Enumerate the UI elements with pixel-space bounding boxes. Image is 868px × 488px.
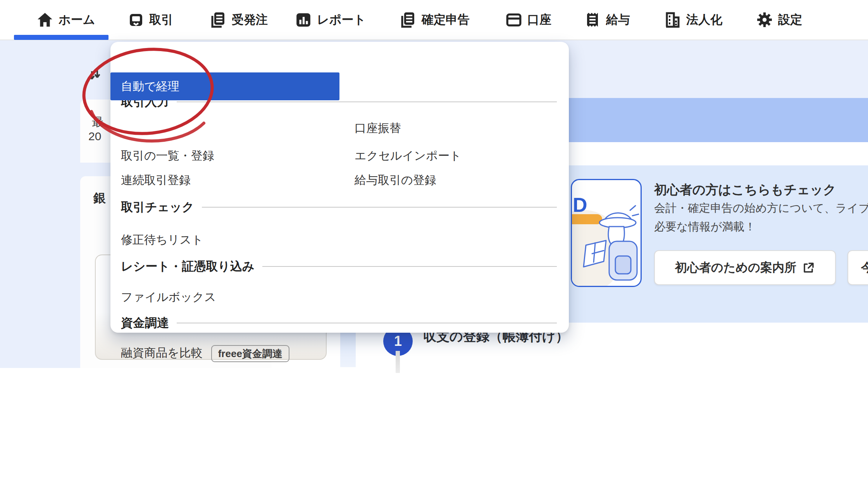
app-window: 最 20 銀 1 収支の登録（帳簿付け） D <box>0 0 868 488</box>
step-number: 1 <box>394 333 402 349</box>
selected-item-label: 自動で経理 <box>121 78 179 95</box>
highlight-row-band <box>523 98 868 142</box>
beginner-heading: 初心者の方はこちらもチェック <box>654 181 836 199</box>
nav-item-payroll[interactable]: 給与 <box>584 0 630 40</box>
background-gap <box>523 142 868 165</box>
nav-item-accounts[interactable]: 口座 <box>506 0 551 40</box>
section-divider <box>262 266 557 267</box>
nav-item-orders[interactable]: 受発注 <box>209 0 268 40</box>
beginner-text-line1: 会計・確定申告の始め方について、ライブセ <box>654 201 868 216</box>
account-icon <box>506 12 522 28</box>
compare-loans-label: 融資商品を比較 <box>121 346 203 359</box>
menu-item-correction-waitlist[interactable]: 修正待ちリスト <box>121 231 203 248</box>
nav-label: 給与 <box>606 12 630 28</box>
timeline-connector <box>396 351 400 373</box>
incorporation-icon <box>664 11 681 28</box>
menu-item-continuous-registration[interactable]: 連続取引登録 <box>121 172 191 189</box>
settings-icon <box>756 12 773 28</box>
nav-label: 法人化 <box>686 12 722 28</box>
section-divider <box>177 101 557 102</box>
menu-item-auto-accounting-selected[interactable]: 自動で経理 <box>110 72 339 100</box>
nav-item-home[interactable]: ホーム <box>37 0 95 40</box>
menu-item-excel-import[interactable]: エクセルインポート <box>355 147 462 164</box>
menu-item-account-transfer[interactable]: 口座振替 <box>355 120 401 137</box>
nav-item-transactions[interactable]: 取引 <box>128 0 173 40</box>
orders-icon <box>209 11 226 28</box>
nav-label: 取引 <box>149 12 173 28</box>
nav-label: 確定申告 <box>422 12 470 28</box>
payroll-icon <box>584 11 601 28</box>
menu-section-header: 資金調達 <box>121 314 557 332</box>
nav-item-reports[interactable]: レポート <box>295 0 366 40</box>
nav-label: 設定 <box>778 12 802 28</box>
section-title: 取引チェック <box>121 199 194 216</box>
secondary-guide-button-label: 今 <box>861 259 868 276</box>
report-icon <box>295 12 312 28</box>
menu-item-payroll-transaction[interactable]: 給与取引の登録 <box>355 172 436 189</box>
menu-section-header: 取引チェック <box>121 199 557 216</box>
freee-funding-badge: freee資金調達 <box>211 345 289 362</box>
nav-label: レポート <box>317 12 366 28</box>
transactions-icon <box>128 12 144 27</box>
svg-text:D: D <box>573 194 587 216</box>
card-text-truncated: 最 <box>92 114 103 130</box>
top-navigation: ホーム 取引 受発注 <box>0 0 868 40</box>
beginner-guide-button[interactable]: 初心者のための案内所 <box>654 250 836 285</box>
menu-section-header: レシート・証憑取り込み <box>121 258 557 275</box>
nav-item-incorporation[interactable]: 法人化 <box>664 0 722 40</box>
home-icon <box>37 12 53 28</box>
secondary-guide-button[interactable]: 今 <box>847 250 868 285</box>
external-link-icon <box>803 261 815 274</box>
active-nav-underline <box>14 35 108 40</box>
nav-label: 口座 <box>527 12 551 28</box>
beginner-illustration: D <box>571 179 642 287</box>
nav-label: ホーム <box>59 12 95 28</box>
card-date-truncated: 20 <box>88 130 101 143</box>
nav-label: 受発注 <box>232 12 268 28</box>
transactions-dropdown-menu: 取引入力 自動で経理 口座振替 取引の一覧・登録 エクセルインポート 連続取引登… <box>110 42 569 333</box>
beginner-guide-button-label: 初心者のための案内所 <box>675 259 796 276</box>
section-title: 資金調達 <box>121 314 169 332</box>
guide-character-illustration: D <box>572 180 641 286</box>
section-divider <box>202 207 557 208</box>
nav-item-tax-return[interactable]: 確定申告 <box>399 0 470 40</box>
menu-item-transaction-list[interactable]: 取引の一覧・登録 <box>121 147 214 164</box>
section-title: レシート・証憑取り込み <box>121 258 255 275</box>
section-divider <box>177 323 557 323</box>
beginner-text-line2: 必要な情報が満載！ <box>654 219 756 235</box>
sort-arrows-icon <box>88 66 101 84</box>
nav-item-settings[interactable]: 設定 <box>756 0 802 40</box>
menu-item-filebox[interactable]: ファイルボックス <box>121 289 216 306</box>
menu-item-compare-loans[interactable]: 融資商品を比較freee資金調達 <box>121 344 289 362</box>
bank-card-title-truncated: 銀 <box>93 190 106 207</box>
tax-return-icon <box>399 11 416 28</box>
